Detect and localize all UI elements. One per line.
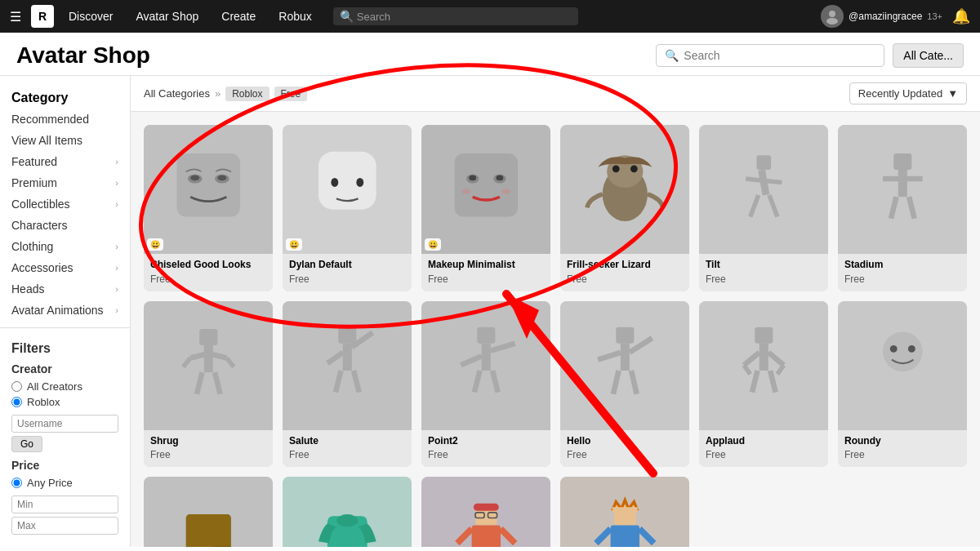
item-name: Shrug	[150, 435, 266, 448]
breadcrumb-tag-free[interactable]: Free	[274, 87, 308, 101]
nav-create[interactable]: Create	[213, 10, 264, 23]
item-price: Free	[289, 273, 405, 285]
sort-dropdown[interactable]: Recently Updated ▼	[849, 82, 967, 104]
hamburger-icon[interactable]: ☰	[10, 9, 21, 24]
price-filter-title: Price	[11, 459, 118, 472]
item-card-salute[interactable]: Salute Free	[283, 301, 412, 468]
svg-point-14	[496, 175, 503, 180]
svg-line-54	[598, 353, 621, 360]
item-info: Point2 Free	[421, 430, 550, 468]
sidebar-item-collectibles[interactable]: Collectibles ›	[0, 193, 130, 215]
svg-point-19	[612, 165, 620, 172]
svg-point-8	[331, 178, 338, 187]
navbar-search-input[interactable]	[357, 11, 572, 23]
item-card-makeup-minimalist[interactable]: 😀 Makeup Minimalist Free	[421, 125, 550, 291]
svg-line-47	[491, 344, 515, 351]
user-profile[interactable]: @amaziingracee 13+	[821, 5, 942, 28]
sidebar-item-characters[interactable]: Characters	[0, 215, 130, 236]
header-search-box[interactable]: 🔍	[656, 44, 884, 67]
chevron-down-icon: ›	[115, 305, 118, 315]
item-price: Free	[844, 449, 960, 460]
item-card-pants[interactable]: Item Free	[144, 477, 273, 547]
item-info: Applaud Free	[699, 430, 828, 468]
item-card-stadium[interactable]: Stadium Free	[838, 125, 967, 291]
svg-point-20	[630, 165, 638, 172]
navbar-search-box[interactable]: 🔍	[333, 7, 578, 25]
svg-line-44	[354, 371, 359, 393]
item-name: Stadium	[844, 259, 960, 272]
svg-line-62	[777, 366, 784, 375]
svg-line-63	[752, 371, 758, 393]
item-info: Makeup Minimalist Free	[421, 254, 550, 291]
svg-rect-84	[610, 525, 639, 547]
nav-avatar-shop[interactable]: Avatar Shop	[127, 10, 207, 23]
svg-rect-52	[620, 344, 629, 371]
item-card-hoodie[interactable]: Item Free	[283, 477, 412, 547]
item-card-applaud[interactable]: Applaud Free	[699, 301, 828, 468]
breadcrumb-tag-roblox[interactable]: Roblox	[225, 87, 269, 101]
chevron-down-icon: ›	[115, 178, 118, 188]
svg-line-59	[744, 353, 760, 365]
price-any-radio[interactable]	[11, 478, 22, 488]
roblox-logo[interactable]: R	[31, 5, 54, 28]
svg-point-67	[908, 345, 915, 353]
page-header: Avatar Shop 🔍 All Cate...	[0, 33, 980, 76]
username-label: @amaziingracee	[849, 11, 922, 22]
sidebar-item-accessories[interactable]: Accessories ›	[0, 257, 130, 278]
item-card-character1[interactable]: Item Free	[421, 477, 550, 547]
sort-chevron-icon: ▼	[947, 87, 958, 100]
go-button[interactable]: Go	[11, 436, 42, 452]
item-card-point2[interactable]: Point2 Free	[421, 301, 550, 468]
creator-roblox-option[interactable]: Roblox	[11, 396, 118, 408]
sidebar-item-heads[interactable]: Heads ›	[0, 278, 130, 300]
creator-roblox-radio[interactable]	[11, 397, 22, 407]
notification-bell-icon[interactable]: 🔔	[952, 7, 970, 25]
age-label: 13+	[927, 11, 942, 21]
navbar-search-icon: 🔍	[340, 10, 354, 23]
item-card-tilt[interactable]: Tilt Free	[699, 125, 828, 291]
item-card-dylan-default[interactable]: 😀 Dylan Default Free	[283, 125, 412, 291]
svg-line-64	[770, 371, 776, 393]
item-info: Dylan Default Free	[283, 254, 412, 291]
price-min-input[interactable]	[11, 495, 118, 513]
svg-line-85	[596, 529, 611, 544]
sidebar-item-featured[interactable]: Featured ›	[0, 151, 130, 172]
item-card-hello[interactable]: Hello Free	[560, 301, 689, 468]
item-name: Hello	[567, 435, 683, 448]
item-price: Free	[567, 273, 683, 285]
nav-robux[interactable]: Robux	[270, 10, 319, 23]
all-categories-button[interactable]: All Cate...	[893, 43, 964, 68]
price-max-input[interactable]	[11, 517, 118, 535]
svg-point-16	[501, 189, 510, 194]
item-name: Frill-seeker Lizard	[567, 259, 683, 272]
navbar-right: @amaziingracee 13+ 🔔	[821, 5, 970, 28]
item-badge: 😀	[286, 238, 302, 251]
svg-rect-72	[336, 514, 359, 527]
price-any-option[interactable]: Any Price	[11, 477, 118, 489]
creator-all-radio[interactable]	[11, 381, 22, 392]
item-name: Point2	[428, 435, 544, 448]
chevron-down-icon: ›	[115, 242, 118, 251]
item-card-chiseled-good-looks[interactable]: 😀 Chiseled Good Looks Free	[144, 125, 273, 291]
item-card-shrug[interactable]: Shrug Free	[144, 301, 273, 468]
item-card-character2[interactable]: Item Free	[560, 477, 689, 547]
creator-all-option[interactable]: All Creators	[11, 380, 118, 393]
sidebar-item-avatar-animations[interactable]: Avatar Animations ›	[0, 300, 130, 321]
filters-title: Filters	[11, 341, 118, 356]
item-info: Shrug Free	[144, 430, 273, 468]
sidebar-item-view-all[interactable]: View All Items	[0, 130, 130, 151]
sidebar-item-recommended[interactable]: Recommended	[0, 109, 130, 130]
nav-discover[interactable]: Discover	[60, 10, 121, 23]
svg-line-36	[226, 358, 234, 367]
sidebar-item-clothing[interactable]: Clothing ›	[0, 236, 130, 257]
username-input[interactable]	[11, 415, 118, 433]
header-search-input[interactable]	[684, 49, 875, 62]
item-price: Free	[428, 449, 544, 460]
svg-line-49	[474, 371, 480, 393]
item-card-roundy[interactable]: Roundy Free	[838, 301, 967, 468]
item-price: Free	[289, 449, 405, 460]
svg-rect-46	[481, 344, 490, 371]
item-card-frill-seeker-lizard[interactable]: Frill-seeker Lizard Free	[560, 125, 689, 291]
breadcrumb-main[interactable]: All Categories	[144, 87, 210, 100]
sidebar-item-premium[interactable]: Premium ›	[0, 172, 130, 193]
